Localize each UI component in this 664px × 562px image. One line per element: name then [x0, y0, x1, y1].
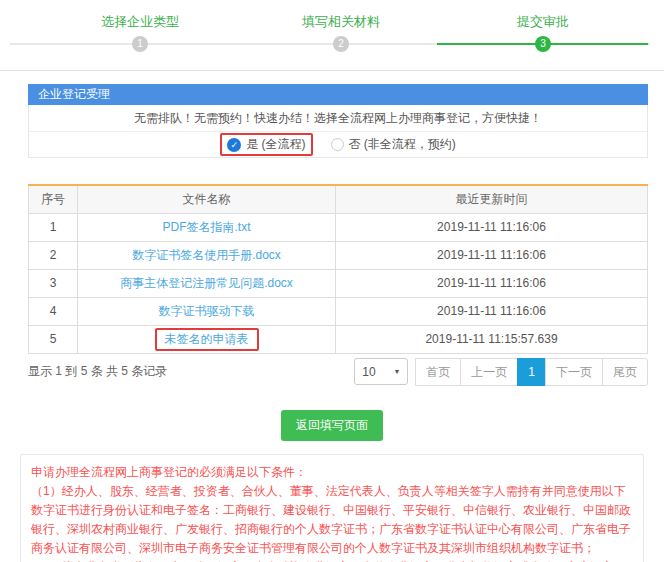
panel-title: 企业登记受理	[28, 84, 648, 105]
cell-time: 2019-11-11 11:15:57.639	[336, 325, 648, 353]
radio-no-label: 否 (非全流程，预约)	[349, 136, 456, 153]
first-page-button[interactable]: 首页	[415, 358, 461, 386]
cell-no: 4	[29, 297, 78, 325]
cell-no: 5	[29, 325, 78, 353]
flow-choice-row: ✓ 是 (全流程) 否 (非全流程，预约)	[29, 131, 647, 157]
page-size-select[interactable]: 10 ▼	[354, 358, 408, 385]
radio-full-process-no[interactable]: 否 (非全流程，预约)	[331, 136, 456, 153]
notes-line: （2）拟办业务类型为有限责任公司设立、个人独资企业设立、合伙企业设立、分支机构设…	[31, 558, 633, 562]
requirements-notes: 申请办理全流程网上商事登记的必须满足以下条件： （1）经办人、股东、经营者、投资…	[20, 454, 644, 562]
step-circle-3: 3	[535, 36, 551, 52]
file-link-unsigned-application-form[interactable]: 未签名的申请表	[165, 332, 249, 346]
cell-time: 2019-11-11 11:16:06	[336, 213, 648, 241]
radio-unchecked-icon[interactable]	[331, 138, 344, 151]
current-page-button[interactable]: 1	[517, 358, 546, 386]
unsigned-form-highlight-box: 未签名的申请表	[155, 328, 259, 351]
panel-body: 无需排队！无需预约！快速办结！选择全流程网上办理商事登记，方便快捷！ ✓ 是 (…	[28, 105, 648, 158]
radio-full-process-yes[interactable]: ✓ 是 (全流程)	[227, 136, 305, 153]
file-link-cert-driver-download[interactable]: 数字证书驱动下载	[159, 304, 255, 318]
cell-no: 2	[29, 241, 78, 269]
cell-no: 1	[29, 213, 78, 241]
table-row: 2 数字证书签名使用手册.docx 2019-11-11 11:16:06	[29, 241, 648, 269]
prev-page-button[interactable]: 上一页	[460, 358, 518, 386]
cell-time: 2019-11-11 11:16:06	[336, 269, 648, 297]
file-link-registration-faq[interactable]: 商事主体登记注册常见问题.docx	[120, 276, 293, 290]
step-label-submit-approval: 提交审批	[517, 13, 569, 31]
cell-time: 2019-11-11 11:16:06	[336, 241, 648, 269]
step-indicator: 选择企业类型 填写相关材料 提交审批 1 2 3	[0, 0, 664, 70]
cell-time: 2019-11-11 11:16:06	[336, 297, 648, 325]
table-row: 3 商事主体登记注册常见问题.docx 2019-11-11 11:16:06	[29, 269, 648, 297]
file-link-cert-signature-manual[interactable]: 数字证书签名使用手册.docx	[132, 248, 281, 262]
cell-no: 3	[29, 269, 78, 297]
step-circle-2: 2	[333, 36, 349, 52]
file-link-pdf-sign-guide[interactable]: PDF签名指南.txt	[162, 220, 250, 234]
notes-line: 申请办理全流程网上商事登记的必须满足以下条件：	[31, 463, 633, 482]
radio-yes-label: 是 (全流程)	[246, 136, 305, 153]
page-size-value: 10	[362, 365, 375, 379]
table-header-row: 序号 文件名称 最近更新时间	[29, 185, 648, 213]
radio-checked-icon[interactable]: ✓	[227, 138, 241, 152]
last-page-button[interactable]: 尾页	[602, 358, 648, 386]
return-to-fill-page-button[interactable]: 返回填写页面	[281, 410, 383, 441]
registration-panel: 企业登记受理 无需排队！无需预约！快速办结！选择全流程网上办理商事登记，方便快捷…	[28, 84, 648, 158]
header-updated-time: 最近更新时间	[336, 185, 648, 213]
table-row: 4 数字证书驱动下载 2019-11-11 11:16:06	[29, 297, 648, 325]
table-row: 1 PDF签名指南.txt 2019-11-11 11:16:06	[29, 213, 648, 241]
documents-table: 序号 文件名称 最近更新时间 1 PDF签名指南.txt 2019-11-11 …	[28, 184, 648, 354]
header-no: 序号	[29, 185, 78, 213]
divider	[0, 70, 664, 71]
list-footer: 显示 1 到 5 条 共 5 条记录 10 ▼ 首页 上一页 1 下一页 尾页	[28, 358, 648, 386]
step-circle-1: 1	[132, 36, 148, 52]
next-page-button[interactable]: 下一页	[545, 358, 603, 386]
header-file-name: 文件名称	[78, 185, 336, 213]
notice-text: 无需排队！无需预约！快速办结！选择全流程网上办理商事登记，方便快捷！	[29, 105, 647, 131]
caret-down-icon: ▼	[393, 368, 400, 375]
table-row: 5 未签名的申请表 2019-11-11 11:15:57.639	[29, 325, 648, 353]
step-label-choose-type: 选择企业类型	[101, 13, 179, 31]
action-row: 返回填写页面	[0, 410, 664, 441]
pagination: 10 ▼ 首页 上一页 1 下一页 尾页	[354, 358, 648, 386]
record-count-summary: 显示 1 到 5 条 共 5 条记录	[28, 363, 167, 380]
notes-line: （1）经办人、股东、经营者、投资者、合伙人、董事、法定代表人、负责人等相关签字人…	[31, 482, 633, 558]
selected-option-highlight-box: ✓ 是 (全流程)	[220, 133, 312, 156]
step-label-fill-materials: 填写相关材料	[302, 13, 380, 31]
